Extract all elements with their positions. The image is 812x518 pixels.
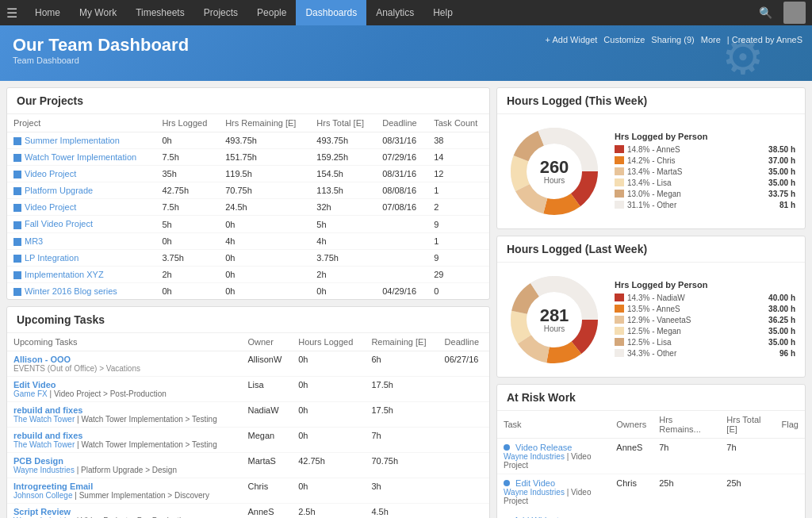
hamburger-icon[interactable]: ☰ xyxy=(6,6,17,21)
project-name-link[interactable]: Watch Tower Implementation xyxy=(25,152,136,162)
hours-this-week-title: Hours Logged (This Week) xyxy=(497,88,805,114)
project-name-link[interactable]: Platform Upgrade xyxy=(25,186,93,195)
nav-help[interactable]: Help xyxy=(423,0,462,25)
task-name[interactable]: Allison - OOO xyxy=(13,355,235,364)
task-sub: EVENTS (Out of Office) > Vacations xyxy=(13,364,235,373)
legend-label: 14.3% - NadiaW xyxy=(627,294,765,302)
hrs-remaining-cell: 0h xyxy=(219,282,310,299)
task-name[interactable]: Script Review xyxy=(13,507,235,516)
project-name-link[interactable]: Winter 2016 Blog series xyxy=(25,286,117,296)
deadline-cell: 07/29/16 xyxy=(376,149,427,166)
legend-item: 12.9% - VaneetaS 36.25 h xyxy=(615,316,795,324)
table-row: Video Project 35h 119.5h 154.5h 08/31/16… xyxy=(7,166,489,182)
task-breadcrumb: Wayne Industries | Platform Upgrade > De… xyxy=(13,466,235,474)
legend-item: 12.5% - Megan 35.00 h xyxy=(615,327,795,336)
task-cell: Edit VideoGame FX | Video Project > Post… xyxy=(7,376,241,401)
legend-label: 14.2% - Chris xyxy=(627,156,765,165)
task-count-cell: 12 xyxy=(427,166,489,182)
table-row: Implementation XYZ 2h 0h 2h 29 xyxy=(7,266,489,282)
hrs-remaining-cell: 4h xyxy=(219,232,310,249)
risk-company[interactable]: Wayne Industries xyxy=(504,488,565,497)
project-name-link[interactable]: Video Project xyxy=(25,202,76,212)
add-widget-link[interactable]: ~ Add Widget xyxy=(497,509,805,518)
nav-my-work[interactable]: My Work xyxy=(70,0,126,25)
task-count-cell: 9 xyxy=(427,216,489,232)
risk-task-link[interactable]: Video Release xyxy=(515,443,572,452)
legend-title-this-week: Hrs Logged by Person xyxy=(615,132,795,141)
task-company[interactable]: Wayne Industries xyxy=(13,466,75,474)
search-icon[interactable]: 🔍 xyxy=(759,6,772,19)
legend-value: 40.00 h xyxy=(768,294,795,302)
project-icon xyxy=(13,238,21,246)
nav-dashboards[interactable]: Dashboards xyxy=(296,0,366,25)
risk-owner: AnneS xyxy=(610,439,653,474)
hrs-total-cell: 159.25h xyxy=(310,149,376,166)
deadline-cell xyxy=(376,266,427,282)
hrs-total-cell: 4h xyxy=(310,232,376,249)
hrs-logged-cell: 0h xyxy=(155,282,219,299)
legend-label: 13.5% - AnneS xyxy=(627,305,765,313)
task-name[interactable]: Edit Video xyxy=(13,380,235,389)
task-name[interactable]: Introgreeting Email xyxy=(13,482,235,491)
hours-last-week-total: 281 xyxy=(540,307,569,324)
nav-projects[interactable]: Projects xyxy=(194,0,247,25)
project-name-link[interactable]: Video Project xyxy=(25,169,76,178)
task-remaining: 4.5h xyxy=(365,503,438,518)
nav-analytics[interactable]: Analytics xyxy=(366,0,423,25)
task-name[interactable]: PCB Design xyxy=(13,456,235,466)
legend-value: 33.75 h xyxy=(768,190,795,198)
project-icon xyxy=(13,255,21,263)
risk-sub: Wayne Industries | Video Project xyxy=(504,452,603,470)
sharing-btn[interactable]: Sharing (9) xyxy=(651,35,694,44)
task-deadline xyxy=(439,376,489,401)
project-name-link[interactable]: Implementation XYZ xyxy=(25,270,104,279)
task-cell: PCB DesignWayne Industries | Platform Up… xyxy=(7,452,241,478)
project-icon xyxy=(13,154,21,162)
nav-timesheets[interactable]: Timesheets xyxy=(126,0,194,25)
project-name-link[interactable]: LP Integration xyxy=(25,253,79,263)
risk-hrs-remaining: 25h xyxy=(653,474,720,510)
legend-swatch xyxy=(615,294,624,301)
add-widget-btn[interactable]: + Add Widget xyxy=(546,35,598,44)
customize-btn[interactable]: Customize xyxy=(603,35,645,44)
hrs-logged-cell: 7.5h xyxy=(155,149,219,166)
hrs-remaining-cell: 0h xyxy=(219,216,310,232)
task-company[interactable]: Game FX xyxy=(13,389,48,398)
task-name[interactable]: rebuild and fixes xyxy=(13,405,235,415)
donut-last-week: 281 Hours xyxy=(507,272,602,367)
legend-swatch xyxy=(615,327,624,335)
hrs-logged-cell: 0h xyxy=(155,232,219,249)
donut-this-week: 260 Hours xyxy=(507,124,602,219)
nav-home[interactable]: Home xyxy=(25,0,70,25)
task-owner: AllisonW xyxy=(241,351,292,376)
col-project: Project xyxy=(7,114,155,132)
project-name-link[interactable]: Fall Video Project xyxy=(25,219,93,228)
risk-company[interactable]: Wayne Industries xyxy=(504,452,565,461)
legend-label: 12.9% - VaneetaS xyxy=(627,316,765,324)
task-company[interactable]: The Watch Tower xyxy=(13,415,75,424)
table-row: Video Project 7.5h 24.5h 32h 07/08/16 2 xyxy=(7,199,489,216)
task-company[interactable]: The Watch Tower xyxy=(13,440,75,449)
task-company[interactable]: Johnson College xyxy=(13,491,73,500)
project-name-link[interactable]: Summer Implementation xyxy=(25,136,120,145)
risk-task-link[interactable]: Edit Video xyxy=(515,478,555,488)
task-hrs-logged: 0h xyxy=(292,478,365,503)
legend-swatch xyxy=(615,190,624,198)
nav-people[interactable]: People xyxy=(247,0,296,25)
more-btn[interactable]: More xyxy=(701,35,721,44)
avatar[interactable] xyxy=(783,2,806,24)
deadline-cell: 04/29/16 xyxy=(376,282,427,299)
risk-hrs-total: 7h xyxy=(720,439,775,474)
project-name-link[interactable]: MR3 xyxy=(25,236,43,246)
col-risk-flag: Flag xyxy=(776,411,805,439)
col-risk-hrs-remaining: Hrs Remains... xyxy=(653,411,720,439)
hrs-logged-cell: 2h xyxy=(155,266,219,282)
task-count-cell: 29 xyxy=(427,266,489,282)
dashboard-header: Our Team Dashboard Team Dashboard + Add … xyxy=(0,25,812,81)
legend-item: 14.8% - AnneS 38.50 h xyxy=(615,145,795,154)
task-name[interactable]: rebuild and fixes xyxy=(13,431,235,440)
risk-task-cell: Edit Video Wayne Industries | Video Proj… xyxy=(497,474,610,510)
table-row: LP Integration 3.75h 0h 3.75h 9 xyxy=(7,249,489,266)
at-risk-widget: At Risk Work Task Owners Hrs Remains... … xyxy=(496,384,806,518)
deadline-cell: 08/08/16 xyxy=(376,182,427,199)
